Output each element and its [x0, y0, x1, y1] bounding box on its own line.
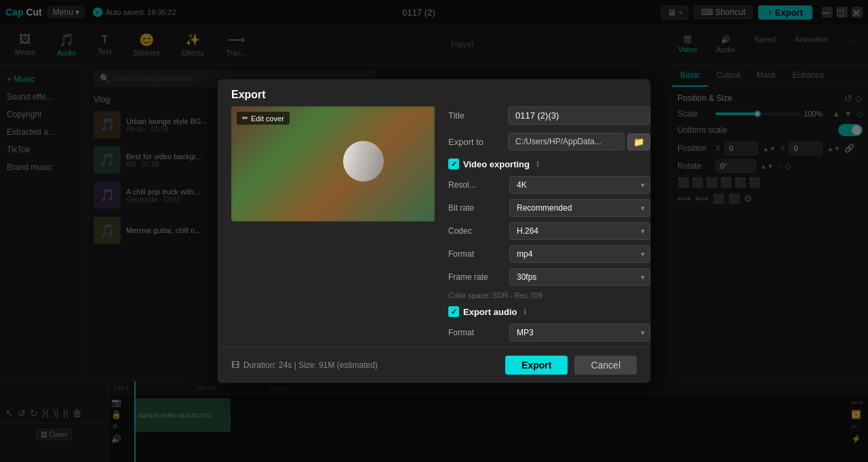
bitrate-select-wrapper[interactable]: LowMediumRecommendedHigh — [509, 199, 650, 217]
pencil-icon: ✏ — [242, 114, 248, 123]
codec-select-wrapper[interactable]: H.264H.265ProRes — [509, 222, 650, 240]
modal-scroll-area[interactable]: Title Export to 📁 — [448, 106, 651, 347]
format-label: Format — [448, 249, 509, 259]
bitrate-select[interactable]: LowMediumRecommendedHigh — [509, 199, 650, 217]
export-to-row: Export to 📁 — [448, 133, 650, 150]
title-field-row: Title — [448, 106, 650, 125]
audio-export-checkbox[interactable]: ✓ — [448, 306, 459, 317]
bitrate-label: Bit rate — [448, 203, 509, 213]
film-icon: 🎞 — [231, 360, 239, 370]
codec-select[interactable]: H.264H.265ProRes — [509, 222, 650, 240]
framerate-label: Frame rate — [448, 272, 509, 282]
framerate-row: Frame rate 24fps25fps30fps60fps — [448, 268, 650, 286]
video-info-icon: ℹ — [536, 160, 539, 169]
audio-section-header: ✓ Export audio ℹ — [448, 306, 650, 317]
modal-fields: Title Export to 📁 — [448, 106, 651, 347]
folder-icon: 📁 — [633, 137, 644, 147]
audio-format-select-wrapper[interactable]: MP3AACWAV — [509, 324, 650, 341]
framerate-select[interactable]: 24fps25fps30fps60fps — [509, 268, 650, 286]
audio-section-title: Export audio — [463, 307, 517, 317]
codec-row: Codec H.264H.265ProRes — [448, 222, 650, 240]
title-label: Title — [448, 110, 502, 121]
checkmark-icon: ✓ — [451, 160, 457, 169]
format-select-wrapper[interactable]: mp4movavi — [509, 245, 650, 263]
color-space-note: Color space: SDR - Rec.709 — [448, 291, 650, 299]
export-modal: Export ✏ Edit cover — [217, 79, 651, 383]
resolution-row: Resol... 720p1080p2K4K — [448, 176, 650, 194]
audio-format-select[interactable]: MP3AACWAV — [509, 324, 650, 341]
audio-info-icon: ℹ — [524, 308, 526, 316]
modal-body: ✏ Edit cover Title Export to — [218, 106, 650, 347]
audio-format-label: Format — [448, 328, 509, 337]
export-to-label: Export to — [448, 137, 502, 147]
resolution-select-wrapper[interactable]: 720p1080p2K4K — [509, 176, 650, 194]
video-section-header: ✓ Video exporting ℹ — [448, 159, 650, 169]
title-input[interactable] — [508, 106, 650, 125]
modal-preview: ✏ Edit cover — [231, 106, 435, 347]
resolution-label: Resol... — [448, 180, 509, 190]
resolution-select[interactable]: 720p1080p2K4K — [509, 176, 650, 194]
video-section-title: Video exporting — [463, 159, 530, 169]
bitrate-row: Bit rate LowMediumRecommendedHigh — [448, 199, 650, 217]
edit-cover-button[interactable]: ✏ Edit cover — [237, 112, 290, 125]
duration-text: Duration: 24s | Size: 91M (estimated) — [243, 360, 378, 370]
edit-cover-label: Edit cover — [251, 114, 284, 123]
preview-image: ✏ Edit cover — [231, 106, 435, 222]
export-confirm-button[interactable]: Export — [505, 356, 568, 375]
audio-checkmark-icon: ✓ — [451, 308, 457, 316]
framerate-select-wrapper[interactable]: 24fps25fps30fps60fps — [509, 268, 650, 286]
footer-info: 🎞 Duration: 24s | Size: 91M (estimated) — [231, 360, 378, 370]
video-export-checkbox[interactable]: ✓ — [448, 159, 459, 169]
modal-overlay[interactable]: Export ✏ Edit cover — [0, 0, 868, 462]
codec-label: Codec — [448, 226, 509, 236]
format-select[interactable]: mp4movavi — [509, 245, 650, 263]
browse-folder-button[interactable]: 📁 — [627, 133, 650, 150]
audio-format-row: Format MP3AACWAV — [448, 324, 650, 341]
footer-buttons: Export Cancel — [505, 356, 637, 375]
cancel-button[interactable]: Cancel — [574, 356, 637, 375]
modal-title: Export — [218, 79, 650, 106]
export-path-input[interactable] — [508, 133, 625, 150]
format-row: Format mp4movavi — [448, 245, 650, 263]
modal-footer: 🎞 Duration: 24s | Size: 91M (estimated) … — [218, 347, 650, 383]
